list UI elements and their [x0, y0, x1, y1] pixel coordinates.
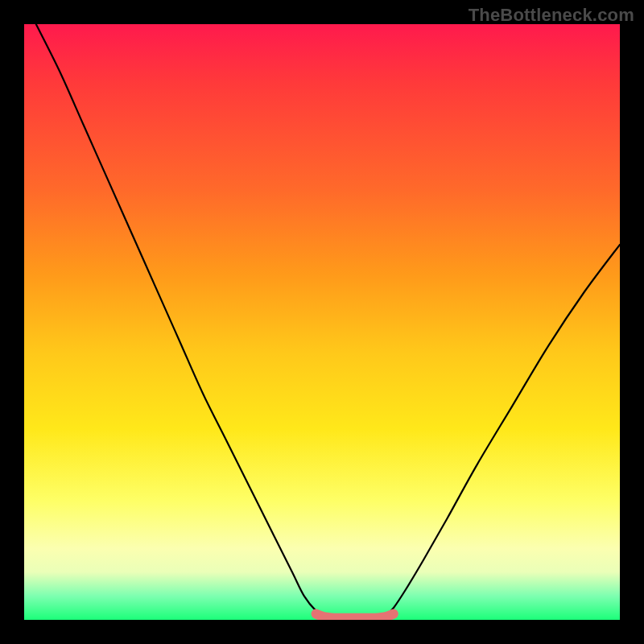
curve-right-branch — [385, 245, 620, 617]
curve-layer — [24, 24, 620, 620]
plot-area — [24, 24, 620, 620]
outer-frame: TheBottleneck.com — [0, 0, 644, 644]
watermark-text: TheBottleneck.com — [469, 5, 634, 26]
curve-left-branch — [36, 24, 325, 617]
curve-bottom-highlight — [316, 614, 394, 618]
